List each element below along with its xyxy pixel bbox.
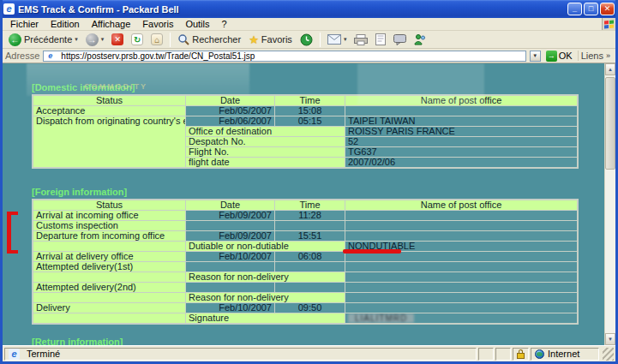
foreign-table: Status Date Time Name of post office Arr… [32, 199, 579, 325]
mail-dropdown-icon[interactable]: ▾ [344, 36, 347, 43]
detail-label: Flight No. [186, 147, 345, 157]
time-cell: 09:50 [275, 303, 345, 313]
windows-logo-icon [602, 18, 615, 30]
mail-button[interactable]: ▾ [325, 33, 350, 45]
detail-value: ROISSY PARIS FRANCE [345, 127, 577, 136]
office-cell [345, 221, 577, 230]
internet-globe-icon [535, 349, 544, 359]
print-icon [354, 34, 368, 45]
links-label: Liens [581, 51, 603, 61]
header-date: Date [186, 200, 274, 210]
office-cell [345, 262, 577, 272]
edit-button[interactable] [373, 33, 388, 46]
date-cell: Feb/10/2007 [186, 252, 274, 261]
signature-cell: LIALITMRD [345, 313, 577, 323]
address-label: Adresse [5, 51, 39, 61]
stop-button[interactable]: ✕ [109, 33, 126, 46]
table-row: Reason for non-delivery [33, 293, 577, 302]
browser-window: e EMS Track & Confirm - Packard Bell _ □… [0, 0, 618, 364]
history-button[interactable] [297, 33, 315, 47]
date-cell [186, 283, 274, 292]
back-button[interactable]: ← Précédente ▾ [6, 33, 81, 47]
security-panel [513, 348, 529, 361]
edit-page-icon [375, 33, 386, 45]
detail-label: Reason for non-delivery [186, 293, 345, 302]
table-row: Acceptance Feb/05/2007 15:08 [33, 106, 577, 116]
date-cell: Feb/09/2007 [186, 211, 274, 220]
forward-dropdown-icon[interactable]: ▾ [101, 36, 105, 43]
menu-outils[interactable]: Outils [179, 18, 215, 31]
time-cell: 05:15 [275, 116, 345, 126]
annotation-underline [343, 249, 401, 254]
date-cell [186, 221, 274, 230]
window-title: EMS Track & Confirm - Packard Bell [18, 4, 566, 15]
search-label: Rechercher [192, 34, 241, 45]
search-button[interactable]: Rechercher [175, 33, 243, 46]
status-cell: Attempted delivery(1st) [33, 262, 185, 272]
detail-label: Despatch No. [186, 137, 345, 146]
back-dropdown-icon[interactable]: ▾ [75, 36, 78, 43]
toolbar-separator [170, 33, 171, 47]
go-arrow-icon: → [546, 51, 557, 62]
status-cell: Acceptance [33, 106, 185, 116]
office-cell [345, 303, 577, 313]
title-bar: e EMS Track & Confirm - Packard Bell _ □… [0, 0, 618, 18]
minimize-button[interactable]: _ [567, 3, 582, 15]
close-button[interactable]: ✕ [600, 3, 615, 15]
go-button[interactable]: → OK [544, 51, 574, 62]
time-cell [275, 262, 345, 272]
status-page-icon: e [9, 349, 20, 360]
time-cell: 15:51 [275, 231, 345, 241]
table-row: Arrival at delivery office Feb/10/2007 0… [33, 252, 577, 261]
domestic-table: Status Date Time Name of post office Acc… [32, 94, 579, 169]
section-title-return: [Return information] [32, 337, 604, 345]
menu-affichage[interactable]: Affichage [86, 18, 137, 31]
table-row: Reason for non-delivery [33, 272, 577, 282]
scroll-up-button[interactable]: ▲ [605, 63, 615, 75]
resize-grip[interactable] [603, 348, 614, 361]
address-dropdown-button[interactable]: ▼ [530, 51, 541, 62]
date-cell [186, 262, 274, 272]
menu-bar: Fichier Edition Affichage Favoris Outils… [3, 18, 615, 31]
header-date: Date [186, 96, 274, 105]
home-button[interactable]: ⌂ [148, 33, 165, 46]
time-cell: 11:28 [275, 211, 345, 220]
discussion-button[interactable] [391, 33, 409, 46]
table-row: Dispatch from originating country's exch… [33, 116, 577, 126]
messenger-button[interactable] [411, 33, 429, 46]
signature-redacted-value: LIALITMRD [348, 313, 414, 323]
menu-fichier[interactable]: Fichier [4, 18, 45, 31]
history-icon [300, 33, 313, 46]
menu-help[interactable]: ? [216, 18, 233, 31]
detail-value [345, 293, 577, 302]
status-text: Terminé [27, 349, 60, 359]
status-cell [33, 242, 185, 251]
zone-text: Internet [548, 349, 579, 359]
maximize-button[interactable]: □ [584, 3, 598, 15]
vertical-scrollbar[interactable]: ▲ ▼ [604, 63, 615, 345]
table-header-row: Status Date Time Name of post office [33, 96, 577, 105]
favorites-star-icon: ★ [249, 33, 259, 46]
links-toolbar[interactable]: Liens » [578, 51, 613, 61]
address-bar: Adresse e https://postserv.prsb.gov.tw/T… [3, 49, 615, 63]
print-button[interactable] [351, 33, 370, 46]
refresh-button[interactable]: ↻ [129, 33, 146, 46]
scroll-down-button[interactable]: ▼ [605, 333, 615, 345]
menu-edition[interactable]: Edition [45, 18, 86, 31]
forward-button[interactable]: → ▾ [83, 33, 107, 47]
watermark-text: COMMODITY [84, 82, 147, 91]
table-row: Customs inspection [33, 221, 577, 230]
favorites-button[interactable]: ★ Favoris [246, 33, 295, 47]
scrollbar-thumb[interactable] [605, 77, 615, 170]
header-office: Name of post office [345, 200, 577, 210]
detail-label: flight date [186, 158, 345, 167]
address-input[interactable]: e https://postserv.prsb.gov.tw/Trade/CN_… [43, 51, 525, 62]
status-cell: Arrival at delivery office [33, 252, 185, 261]
menu-favoris[interactable]: Favoris [136, 18, 179, 31]
lock-icon [517, 349, 525, 359]
date-cell: Feb/06/2007 [186, 116, 274, 126]
scrollbar-track[interactable] [605, 170, 615, 333]
status-cell: Delivery [33, 303, 185, 313]
detail-value [345, 272, 577, 282]
office-cell [345, 231, 577, 241]
